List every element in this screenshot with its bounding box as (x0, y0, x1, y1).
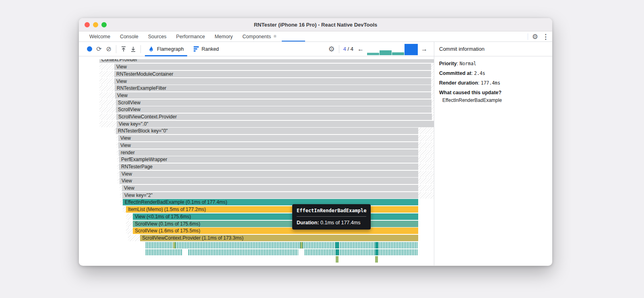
render-duration-row: Render duration: 177.4ms (439, 80, 547, 86)
tab-performance[interactable]: Performance (171, 31, 210, 41)
update-cause-component[interactable]: EffectInRenderBadExample (439, 97, 547, 103)
flame-hatch (431, 92, 434, 99)
flame-hatch (418, 135, 434, 141)
flame-hatch (99, 92, 115, 99)
tab-welcome[interactable]: Welcome (85, 31, 115, 41)
flame-bar[interactable]: ScrollView (116, 99, 431, 106)
commit-info-pane: Commit information Priority: Normal Comm… (434, 42, 552, 265)
flame-bar[interactable]: View (120, 178, 418, 184)
settings-gear-icon[interactable]: ⚙ (532, 33, 538, 40)
update-cause-row: What caused this update? EffectInRenderB… (439, 90, 547, 103)
flame-bar[interactable]: ScrollView (116, 106, 431, 113)
flame-bar[interactable]: ScrollViewContext.Provider (1.1ms of 173… (140, 235, 418, 241)
flame-bar[interactable]: EffectInRenderBadExample (0.1ms of 177.4… (123, 199, 418, 205)
ranked-tab-label: Ranked (202, 46, 219, 52)
divider (528, 33, 528, 40)
flame-hatch (418, 142, 434, 149)
flame-icon (148, 46, 154, 52)
flame-bar[interactable]: PerfExampleWrapper (119, 156, 418, 163)
flame-hatch (126, 228, 133, 234)
window-title: RNTester (iPhone 16 Pro) - React Native … (254, 22, 378, 28)
flame-micro-bars (339, 242, 375, 248)
minimize-window-button[interactable] (93, 22, 98, 27)
flame-hatch (99, 64, 114, 70)
flame-bar[interactable]: View (120, 171, 418, 177)
flame-bar[interactable]: ScrollView (0.1ms of 175.6ms) (133, 221, 418, 227)
window-controls (85, 22, 107, 27)
flame-hatch (431, 64, 434, 70)
flame-hatch (99, 114, 116, 120)
previous-commit-button[interactable]: ← (355, 46, 366, 53)
commit-counter: 4 / 4 (343, 46, 353, 52)
flame-bar[interactable]: View (114, 78, 431, 85)
flame-bar[interactable]: View (118, 142, 418, 149)
profiler-settings-gear-icon[interactable]: ⚙ (327, 44, 336, 54)
flame-micro-bars (336, 249, 339, 256)
commit-bar-4[interactable] (405, 44, 418, 55)
flame-micro-bars (188, 249, 298, 256)
record-button[interactable] (85, 44, 94, 54)
flame-micro-bars (378, 242, 418, 248)
flame-hatch (418, 149, 434, 156)
flame-bar[interactable]: View (122, 185, 418, 191)
flame-hatch (431, 85, 434, 91)
flame-micro-bars (175, 242, 300, 248)
tab-console[interactable]: Console (115, 31, 143, 41)
flame-bar[interactable]: RNTesterPage (119, 163, 418, 170)
tab-profiler-selected[interactable] (282, 31, 305, 41)
flame-hatch (99, 121, 117, 127)
commit-bar-1[interactable] (367, 53, 379, 55)
flame-micro-bars (339, 249, 375, 256)
flame-bar[interactable]: RNTesterBlock key="0" (116, 128, 418, 134)
clear-profile-button[interactable]: ⊘ (104, 44, 114, 54)
flame-bar[interactable]: RNTesterModuleContainer (114, 71, 431, 77)
upload-icon (120, 46, 127, 52)
ranked-icon (194, 46, 199, 52)
flame-hatch (418, 185, 434, 191)
tab-sources[interactable]: Sources (143, 31, 171, 41)
flame-bar[interactable]: View key=".0" (117, 121, 434, 127)
commit-info-header: Commit information (434, 42, 552, 56)
tab-components[interactable]: Components ⚛ (237, 31, 282, 41)
flame-bar[interactable]: ItemList (Memo) (1.5ms of 177.2ms) (126, 206, 418, 213)
flame-bar[interactable]: ScrollViewContext.Provider (116, 114, 432, 120)
flame-hatch (418, 156, 434, 163)
reload-and-profile-button[interactable]: ⟳ (94, 44, 104, 54)
flame-hatch (431, 78, 434, 85)
flame-hatch (431, 71, 434, 77)
close-window-button[interactable] (85, 22, 90, 27)
divider (116, 45, 116, 53)
flame-bar[interactable]: View (114, 64, 431, 70)
tooltip-duration: Duration: 0.1ms of 177.4ms (297, 220, 366, 226)
commit-selector[interactable] (367, 43, 418, 55)
kebab-menu-icon[interactable]: ⋮ (542, 33, 549, 40)
flame-bar[interactable]: ScrollView (1.6ms of 175.5ms) (133, 228, 418, 234)
tab-memory[interactable]: Memory (210, 31, 237, 41)
commit-bar-3[interactable] (392, 52, 404, 55)
save-profile-button[interactable] (128, 44, 138, 54)
flame-micro-bars (146, 249, 182, 256)
flamegraph: Context.ProviderViewRNTesterModuleContai… (79, 59, 434, 265)
flame-bar[interactable]: View key="2" (122, 192, 418, 199)
commit-bar-2[interactable] (380, 50, 392, 55)
flame-hatch (123, 206, 126, 213)
flame-hatch (99, 71, 114, 77)
next-commit-button[interactable]: → (419, 46, 430, 53)
load-profile-button[interactable] (119, 44, 128, 54)
flame-hatch (99, 85, 115, 91)
flame-tooltip: EffectInRenderBadExample Duration: 0.1ms… (292, 204, 371, 230)
flame-bar[interactable]: View (<0.1ms of 175.6ms) (133, 213, 418, 220)
flame-bar[interactable]: View (118, 135, 418, 141)
flame-bar[interactable]: RNTesterExampleFilter (115, 85, 431, 91)
flamegraph-tab[interactable]: Flamegraph (143, 42, 189, 56)
flame-hatch (99, 78, 114, 85)
flame-bar[interactable]: render (119, 149, 418, 156)
flame-bar[interactable]: View (115, 92, 431, 99)
flame-bar[interactable]: Context.Provider (99, 59, 434, 63)
flame-hatch (431, 99, 434, 106)
flame-hatch (418, 171, 434, 177)
download-icon (130, 46, 136, 52)
priority-row: Priority: Normal (439, 61, 547, 66)
zoom-window-button[interactable] (101, 22, 107, 27)
ranked-tab[interactable]: Ranked (189, 42, 224, 56)
